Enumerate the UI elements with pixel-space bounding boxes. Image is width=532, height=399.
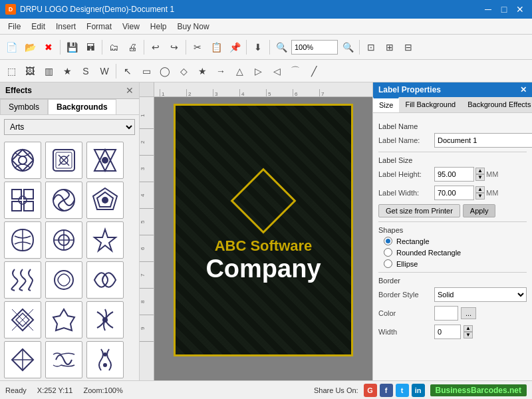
effect-item-15[interactable] — [86, 301, 124, 338]
border-width-spinner[interactable]: ▲ ▼ — [464, 325, 473, 338]
folder-button[interactable]: 🗂 — [105, 39, 122, 56]
effect-item-5[interactable] — [45, 182, 82, 219]
minimize-button[interactable]: ─ — [481, 4, 495, 15]
effect-item-8[interactable] — [45, 221, 82, 259]
paste-button[interactable]: 📌 — [226, 39, 243, 56]
color-swatch[interactable] — [434, 306, 458, 321]
barcode-button[interactable]: ▥ — [40, 63, 57, 80]
linkedin-icon[interactable]: in — [412, 384, 425, 397]
cut-button[interactable]: ✂ — [189, 39, 206, 56]
width-up-button[interactable]: ▲ — [475, 186, 485, 193]
border-style-select[interactable]: Solid — [434, 287, 527, 302]
tab-backgrounds[interactable]: Backgrounds — [48, 99, 116, 114]
zoomout-button[interactable]: 🔍 — [339, 39, 356, 56]
properties-close-button[interactable]: ✕ — [520, 85, 527, 94]
save-button[interactable]: 💾 — [63, 39, 80, 56]
width-down-button[interactable]: ▼ — [475, 193, 485, 200]
color-picker-button[interactable]: ... — [461, 307, 476, 319]
menu-file[interactable]: File — [3, 21, 26, 33]
canvas-document[interactable]: ABC Software Company — [174, 104, 353, 356]
radio-rounded-rect-icon[interactable] — [384, 248, 392, 257]
twitter-icon[interactable]: t — [396, 384, 409, 397]
radio-rounded-rect[interactable]: Rounded Rectangle — [384, 248, 527, 257]
label-height-spinner[interactable]: ▲ ▼ — [475, 168, 485, 181]
google-icon[interactable]: G — [364, 384, 377, 397]
ellipse-button[interactable]: ◯ — [156, 63, 174, 80]
fit-button[interactable]: ⊡ — [362, 39, 380, 56]
effect-item-9[interactable] — [86, 221, 124, 259]
undo-button[interactable]: ↩ — [147, 39, 164, 56]
rect-button[interactable]: ▭ — [138, 63, 155, 80]
open-button[interactable]: 📂 — [21, 39, 39, 56]
effect-item-14[interactable] — [45, 301, 82, 338]
effect-item-2[interactable] — [45, 142, 82, 179]
effect-item-17[interactable] — [45, 341, 82, 378]
cursor-button[interactable]: ↖ — [119, 63, 136, 80]
tab-symbols[interactable]: Symbols — [0, 99, 48, 114]
saveas-button[interactable]: 🖬 — [82, 39, 99, 56]
effects-dropdown[interactable]: Arts — [4, 119, 135, 135]
effect-item-4[interactable] — [4, 182, 41, 219]
wordart-button[interactable]: W — [96, 63, 113, 80]
effect-item-1[interactable] — [4, 142, 41, 179]
border-width-down-button[interactable]: ▼ — [464, 332, 473, 338]
print-button[interactable]: 🖨 — [124, 39, 141, 56]
curve-button[interactable]: ⌒ — [287, 63, 304, 80]
line-button[interactable]: ╱ — [305, 63, 323, 80]
effect-item-10[interactable] — [4, 261, 41, 299]
effect-item-12[interactable] — [86, 261, 124, 299]
effect-item-18[interactable] — [86, 341, 124, 378]
zoomin-button[interactable]: 🔍 — [273, 39, 290, 56]
label-width-spinner[interactable]: ▲ ▼ — [475, 186, 485, 200]
menu-insert[interactable]: Insert — [51, 21, 81, 33]
effect-item-7[interactable] — [4, 221, 41, 259]
get-size-button[interactable]: Get size from Printer — [378, 204, 460, 217]
menu-view[interactable]: View — [117, 21, 145, 33]
effect-item-6[interactable] — [86, 182, 124, 219]
import-button[interactable]: ⬇ — [249, 39, 267, 56]
close-button[interactable]: ✕ — [513, 4, 527, 15]
radio-ellipse-icon[interactable] — [384, 259, 392, 268]
menu-buynow[interactable]: Buy Now — [172, 21, 215, 33]
border-width-input[interactable] — [434, 325, 461, 339]
redo-button[interactable]: ↪ — [166, 39, 183, 56]
chevron-button[interactable]: ▷ — [249, 63, 267, 80]
tab-size[interactable]: Size — [373, 97, 399, 112]
new-button[interactable]: 📄 — [3, 39, 20, 56]
effect-item-11[interactable] — [45, 261, 82, 299]
select-button[interactable]: ⬚ — [3, 63, 20, 80]
arrow-button[interactable]: → — [212, 63, 229, 80]
apply-button[interactable]: Apply — [463, 204, 496, 217]
label-height-input[interactable] — [434, 167, 474, 182]
label-name-input[interactable] — [434, 133, 532, 148]
menu-format[interactable]: Format — [81, 21, 117, 33]
radio-ellipse[interactable]: Ellipse — [384, 259, 527, 268]
arrow2-button[interactable]: ◁ — [268, 63, 285, 80]
radio-rectangle-icon[interactable] — [384, 237, 392, 245]
facebook-icon[interactable]: f — [380, 384, 393, 397]
effects-button[interactable]: ★ — [59, 63, 76, 80]
label-width-input[interactable] — [434, 186, 474, 200]
tab-background-effects[interactable]: Background Effects — [462, 97, 532, 112]
effect-item-3[interactable] — [86, 142, 124, 179]
image-button[interactable]: 🖼 — [21, 63, 39, 80]
arts-select[interactable]: Arts — [4, 119, 135, 135]
star-button[interactable]: ★ — [194, 63, 211, 80]
delete-button[interactable]: ✖ — [40, 39, 57, 56]
effects-close-button[interactable]: ✕ — [126, 85, 134, 96]
height-up-button[interactable]: ▲ — [475, 168, 485, 174]
grid-button[interactable]: ⊞ — [381, 39, 398, 56]
border-width-up-button[interactable]: ▲ — [464, 325, 473, 332]
tab-fill-background[interactable]: Fill Background — [399, 97, 462, 112]
effect-item-13[interactable] — [4, 301, 41, 338]
snap-button[interactable]: ⊟ — [400, 39, 417, 56]
effect-item-16[interactable] — [4, 341, 41, 378]
copy-button[interactable]: 📋 — [207, 39, 225, 56]
text-button[interactable]: S — [77, 63, 94, 80]
radio-rectangle[interactable]: Rectangle — [384, 237, 527, 245]
menu-edit[interactable]: Edit — [26, 21, 51, 33]
height-down-button[interactable]: ▼ — [475, 174, 485, 181]
menu-help[interactable]: Help — [145, 21, 172, 33]
window-controls[interactable]: ─ □ ✕ — [481, 4, 527, 15]
maximize-button[interactable]: □ — [497, 4, 511, 15]
